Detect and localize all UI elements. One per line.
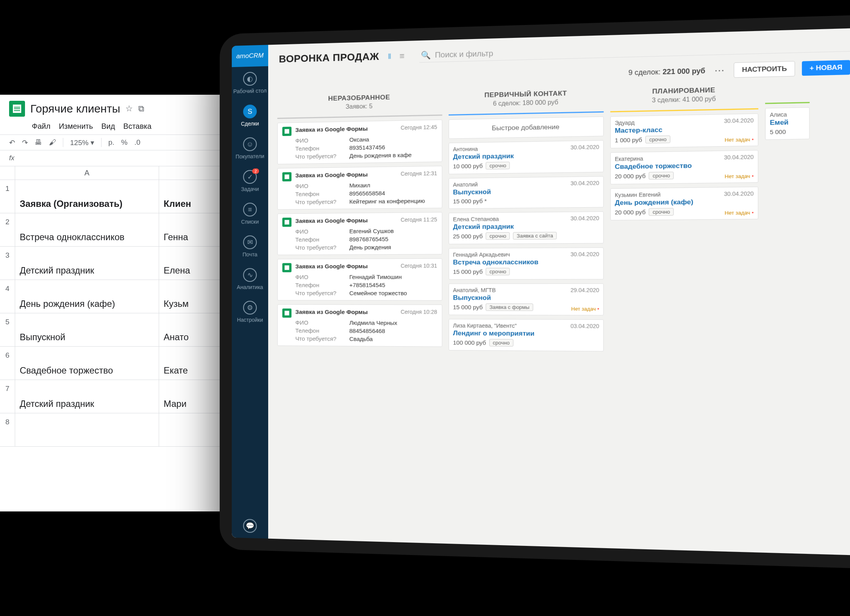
deal-card[interactable]: Антонина 30.04.2020 Детский праздник 10 … — [448, 140, 603, 174]
field-label: ФИО — [295, 182, 350, 189]
deal-contact: Алиса — [770, 111, 805, 118]
cell[interactable]: День рождения (кафе) — [15, 280, 159, 313]
sheets-title[interactable]: Горячие клиенты — [30, 102, 120, 115]
lead-card[interactable]: Заявка из Google Формы Сегодня 12:31 ФИО… — [277, 166, 442, 210]
deal-date: 30.04.2020 — [724, 154, 753, 161]
cell[interactable]: Встреча одноклассников — [15, 213, 159, 246]
field-label: Что требуется? — [295, 198, 350, 205]
nav-mail[interactable]: ✉ Почта — [232, 230, 268, 263]
row-number[interactable]: 8 — [0, 413, 15, 446]
lead-card[interactable]: Заявка из Google Формы Сегодня 11:25 ФИО… — [277, 212, 442, 255]
deal-card[interactable]: Эдуард 30.04.2020 Мастер-класс 1 000 руб… — [610, 113, 758, 148]
new-deal-button[interactable]: + НОВАЯ — [802, 60, 850, 76]
nav-settings[interactable]: ⚙ Настройки — [232, 295, 268, 328]
deal-name: День рождения (кафе) — [615, 198, 754, 207]
field-label: ФИО — [295, 228, 350, 235]
nav-lists[interactable]: ≡ Списки — [232, 197, 268, 230]
deal-name: Свадебное торжество — [615, 161, 754, 171]
list-icon: ≡ — [243, 203, 257, 216]
nav-tasks[interactable]: ✓ 2 Задачи — [232, 164, 268, 198]
row-number[interactable]: 7 — [0, 380, 15, 413]
nav-label: Аналитика — [237, 284, 263, 290]
column-planning: ПЛАНИРОВАНИЕ 3 сделки: 41 000 руб Эдуард… — [607, 83, 762, 552]
field-value: Михаил — [349, 182, 370, 189]
deals-total: 9 сделок: 221 000 руб — [628, 67, 705, 77]
deal-card[interactable]: Геннадий Аркадьевич 30.04.2020 Встреча о… — [448, 247, 603, 280]
column-header-a[interactable]: A — [15, 166, 159, 180]
lead-card[interactable]: Заявка из Google Формы Сегодня 10:28 ФИО… — [277, 304, 442, 347]
field-value: Свадьба — [349, 336, 373, 342]
row-number[interactable]: 2 — [0, 213, 15, 246]
deal-card[interactable]: Екатерина 30.04.2020 Свадебное торжество… — [610, 150, 758, 184]
row-number[interactable]: 4 — [0, 280, 15, 313]
cell[interactable]: Детский праздник — [15, 247, 159, 280]
lead-card[interactable]: Заявка из Google Формы Сегодня 12:45 ФИО… — [277, 120, 442, 164]
nav-analytics[interactable]: ∿ Аналитика — [232, 263, 268, 295]
cell[interactable]: Детский праздник — [15, 380, 159, 413]
deal-price: 15 000 руб — [453, 268, 483, 275]
corner-cell[interactable] — [0, 166, 15, 180]
deal-card[interactable]: Анатолий 30.04.2020 Выпускной 15 000 руб… — [448, 176, 603, 209]
crm-main: ВОРОНКА ПРОДАЖ ⦀ ≡ 🔍 Поиск и фильтр 9 сд… — [268, 28, 850, 555]
deal-card[interactable]: Кузьмин Евгений 30.04.2020 День рождения… — [610, 187, 758, 220]
search-icon: 🔍 — [421, 50, 431, 60]
deal-card[interactable]: Лиза Киртаева, "Ивентс" 03.04.2020 Ленди… — [448, 319, 603, 352]
deal-card[interactable]: Елена Степанова 30.04.2020 Детский празд… — [448, 211, 603, 244]
row-number[interactable]: 1 — [0, 180, 15, 213]
deal-price: 5 000 — [770, 128, 786, 135]
nav-desktop[interactable]: ◐ Рабочий стол — [232, 66, 268, 100]
no-tasks-badge: Нет задач — [725, 173, 753, 180]
print-icon[interactable]: 🖶 — [35, 138, 42, 147]
lead-title: Заявка из Google Формы — [295, 263, 397, 269]
deal-card[interactable]: Алиса Емей 5 000 — [765, 107, 809, 140]
crm-sidebar: amoCRM ◐ Рабочий стол S Сделки ☺ Покупат… — [232, 45, 268, 538]
menu-file[interactable]: Файл — [32, 122, 50, 131]
zoom-select[interactable]: 125% ▾ — [70, 138, 94, 147]
configure-button[interactable]: НАСТРОИТЬ — [734, 61, 795, 78]
undo-icon[interactable]: ↶ — [9, 138, 15, 147]
cell[interactable]: Выпускной — [15, 313, 159, 346]
cell[interactable]: Свадебное торжество — [15, 347, 159, 380]
lead-time: Сегодня 12:45 — [401, 124, 437, 131]
row-number[interactable]: 3 — [0, 247, 15, 280]
menu-view[interactable]: Вид — [101, 122, 115, 131]
deal-price: 20 000 руб — [615, 172, 645, 180]
field-label: Что требуется? — [295, 335, 350, 342]
deal-date: 30.04.2020 — [570, 251, 599, 257]
lead-card[interactable]: Заявка из Google Формы Сегодня 10:31 ФИО… — [277, 258, 442, 301]
row-number[interactable]: 6 — [0, 347, 15, 380]
gauge-icon: ◐ — [243, 72, 257, 86]
google-forms-icon — [282, 308, 291, 317]
row-number[interactable]: 5 — [0, 313, 15, 346]
quick-add-button[interactable]: Быстрое добавление — [448, 116, 603, 139]
tag: срочно — [489, 339, 513, 347]
tasks-badge: 2 — [252, 169, 259, 174]
sheets-toolbar: ↶ ↷ 🖶 🖌 125% ▾ р. % .0 — [0, 134, 235, 150]
star-icon[interactable]: ☆ — [125, 104, 133, 114]
menu-insert[interactable]: Вставка — [123, 122, 152, 131]
kanban-view-icon[interactable]: ⦀ — [388, 52, 391, 61]
cell[interactable] — [15, 413, 159, 446]
nav-buyers[interactable]: ☺ Покупатели — [232, 132, 268, 165]
percent-button[interactable]: % — [121, 138, 128, 147]
formula-bar[interactable]: fx — [0, 150, 235, 166]
sheets-menu-bar: Файл Изменить Вид Вставка — [0, 120, 235, 134]
nav-label: Рабочий стол — [233, 88, 267, 94]
decimal-button[interactable]: .0 — [134, 138, 141, 147]
tag: Заявка с формы — [486, 303, 533, 311]
folder-icon[interactable]: ⧉ — [138, 104, 144, 114]
nav-label: Настройки — [237, 317, 263, 323]
cell[interactable]: Заявка (Организовать) — [15, 180, 159, 213]
nav-deals[interactable]: S Сделки — [232, 99, 268, 132]
currency-button[interactable]: р. — [108, 138, 114, 147]
deal-card[interactable]: Анатолий, МГТВ 29.04.2020 Выпускной 15 0… — [448, 283, 603, 316]
paint-format-icon[interactable]: 🖌 — [49, 138, 56, 147]
nav-label: Покупатели — [236, 153, 264, 159]
more-icon[interactable]: ⋯ — [712, 65, 727, 77]
menu-edit[interactable]: Изменить — [59, 122, 93, 131]
deals-icon: S — [243, 105, 257, 119]
redo-icon[interactable]: ↷ — [22, 138, 28, 147]
nav-chat[interactable]: 💬 — [232, 513, 268, 539]
list-view-icon[interactable]: ≡ — [400, 51, 405, 61]
tag: срочно — [486, 162, 510, 170]
